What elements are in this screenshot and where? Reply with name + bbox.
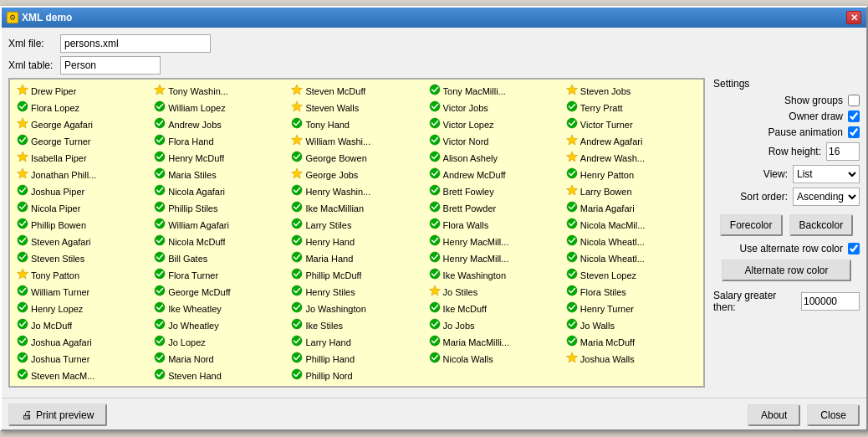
list-item[interactable]: Steven McDuff — [288, 83, 425, 99]
list-item[interactable]: Andrew Jobs — [151, 116, 288, 132]
list-item[interactable]: Joshua Piper — [13, 183, 151, 199]
list-item[interactable]: Maria MacMilli... — [426, 334, 563, 350]
list-item[interactable]: Nicola Piper — [13, 200, 151, 216]
close-window-button[interactable]: ✕ — [846, 11, 861, 24]
list-item[interactable]: Phillip McDuff — [288, 267, 425, 283]
list-item[interactable]: Victor Jobs — [426, 100, 563, 116]
list-item[interactable]: Larry Bowen — [563, 183, 700, 199]
list-item[interactable]: Steven Lopez — [563, 267, 700, 283]
list-item[interactable]: Ike Wheatley — [151, 301, 288, 316]
list-item[interactable]: William Lopez — [151, 100, 288, 116]
print-preview-button[interactable]: 🖨 Print preview — [8, 404, 107, 426]
list-item[interactable]: Flora Stiles — [563, 284, 700, 300]
list-item[interactable]: Alison Ashely — [426, 150, 563, 166]
list-item[interactable]: Andrew Wash... — [563, 150, 700, 166]
list-item[interactable]: Nicola Walls — [426, 351, 563, 367]
row-height-input[interactable] — [826, 142, 860, 161]
list-item[interactable]: Nicola Wheatl... — [563, 250, 700, 266]
sort-order-select[interactable]: Ascending Descending — [793, 188, 860, 206]
forecolor-button[interactable]: Forecolor — [720, 214, 783, 236]
salary-input[interactable] — [801, 292, 860, 311]
list-item[interactable]: Jo Wheatley — [151, 317, 288, 333]
list-item[interactable]: Jo Lopez — [151, 334, 288, 350]
list-item[interactable]: Victor Lopez — [426, 116, 563, 132]
list-item[interactable]: Brett Powder — [426, 200, 563, 216]
use-alt-row-checkbox[interactable] — [848, 243, 860, 254]
pause-animation-checkbox[interactable] — [848, 126, 860, 138]
list-item[interactable]: Phillip Nord — [288, 368, 425, 383]
list-item[interactable]: William Turner — [13, 284, 151, 300]
list-item[interactable]: Victor Turner — [563, 116, 700, 132]
list-item[interactable]: Andrew Agafari — [563, 133, 700, 149]
list-item[interactable]: Jonathan Phill... — [13, 167, 151, 183]
list-item[interactable]: George McDuff — [151, 284, 288, 300]
list-item[interactable]: Terry Pratt — [563, 100, 700, 116]
list-item[interactable]: Jo McDuff — [13, 317, 151, 333]
about-button[interactable]: About — [748, 404, 800, 426]
list-item[interactable]: Henry Washin... — [288, 183, 425, 199]
list-item[interactable]: Henry Patton — [563, 167, 700, 183]
list-item[interactable]: Ike Washington — [426, 267, 563, 283]
list-container[interactable]: Drew Piper Tony Washin... Steven McDuff … — [8, 78, 705, 388]
list-item[interactable]: Ike Stiles — [288, 317, 425, 333]
xml-table-input[interactable] — [60, 56, 161, 75]
list-item[interactable]: Maria Stiles — [151, 167, 288, 183]
list-item[interactable]: Ike MacMillian — [288, 200, 425, 216]
list-item[interactable]: Tony Washin... — [151, 83, 288, 99]
list-item[interactable]: Nicola McDuff — [151, 234, 288, 249]
list-item[interactable]: Jo Stiles — [426, 284, 563, 300]
list-item[interactable]: William Agafari — [151, 217, 288, 233]
list-item[interactable]: Maria Nord — [151, 351, 288, 367]
list-item[interactable]: Nicola Wheatl... — [563, 234, 700, 249]
list-item[interactable]: Joshua Turner — [13, 351, 151, 367]
list-item[interactable]: Nicola Agafari — [151, 183, 288, 199]
list-item[interactable]: Maria Agafari — [563, 200, 700, 216]
list-item[interactable]: George Jobs — [288, 167, 425, 183]
list-item[interactable]: Steven Agafari — [13, 234, 151, 249]
list-item[interactable]: Isabella Piper — [13, 150, 151, 166]
list-item[interactable]: Andrew McDuff — [426, 167, 563, 183]
list-item[interactable]: Tony MacMilli... — [426, 83, 563, 99]
list-item[interactable]: Joshua Walls — [563, 351, 700, 367]
list-item[interactable]: William Washi... — [288, 133, 425, 149]
show-groups-checkbox[interactable] — [848, 95, 860, 106]
list-item[interactable]: Ike McDuff — [426, 301, 563, 316]
list-item[interactable]: Flora Turner — [151, 267, 288, 283]
list-item[interactable]: Maria Hand — [288, 250, 425, 266]
xml-file-input[interactable] — [60, 34, 211, 53]
list-item[interactable]: Flora Hand — [151, 133, 288, 149]
list-item[interactable]: Phillip Bowen — [13, 217, 151, 233]
list-item[interactable]: Nicola MacMil... — [563, 217, 700, 233]
backcolor-button[interactable]: Backcolor — [789, 214, 854, 236]
list-item[interactable]: Flora Lopez — [13, 100, 151, 116]
list-item[interactable]: Larry Hand — [288, 334, 425, 350]
list-item[interactable]: Henry Lopez — [13, 301, 151, 316]
list-item[interactable]: Henry Stiles — [288, 284, 425, 300]
list-item[interactable]: Henry McDuff — [151, 150, 288, 166]
list-item[interactable]: Steven Walls — [288, 100, 425, 116]
close-button[interactable]: Close — [807, 404, 860, 426]
list-item[interactable]: Jo Walls — [563, 317, 700, 333]
list-item[interactable]: Drew Piper — [13, 83, 151, 99]
list-item[interactable]: George Agafari — [13, 116, 151, 132]
list-item[interactable]: Steven MacM... — [13, 368, 151, 383]
list-item[interactable]: Bill Gates — [151, 250, 288, 266]
list-item[interactable]: Henry Hand — [288, 234, 425, 249]
list-item[interactable]: George Bowen — [288, 150, 425, 166]
list-item[interactable]: Brett Fowley — [426, 183, 563, 199]
view-select[interactable]: List Report Icon SmallIcon — [793, 165, 860, 183]
list-item[interactable]: Larry Stiles — [288, 217, 425, 233]
owner-draw-checkbox[interactable] — [848, 111, 860, 122]
list-item[interactable]: Flora Walls — [426, 217, 563, 233]
list-item[interactable]: Joshua Agafari — [13, 334, 151, 350]
list-item[interactable]: Jo Washington — [288, 301, 425, 316]
list-item[interactable]: Phillip Hand — [288, 351, 425, 367]
list-item[interactable]: Tony Hand — [288, 116, 425, 132]
list-item[interactable]: Henry MacMill... — [426, 234, 563, 249]
list-item[interactable]: Steven Jobs — [563, 83, 700, 99]
list-item[interactable]: Maria McDuff — [563, 334, 700, 350]
list-item[interactable]: Tony Patton — [13, 267, 151, 283]
list-item[interactable]: Steven Stiles — [13, 250, 151, 266]
list-item[interactable]: Henry Turner — [563, 301, 700, 316]
list-item[interactable]: Phillip Stiles — [151, 200, 288, 216]
